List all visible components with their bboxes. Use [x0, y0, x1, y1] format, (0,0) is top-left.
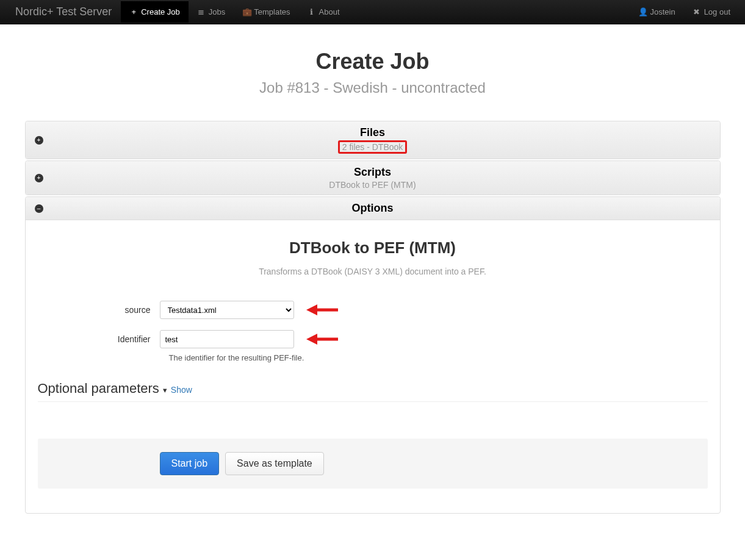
section-desc: Transforms a DTBook (DAISY 3 XML) docume… — [38, 267, 708, 276]
start-job-button[interactable]: Start job — [160, 452, 220, 475]
plus-icon: + — [129, 7, 138, 16]
page-title: Create Job — [25, 49, 721, 74]
expand-icon: + — [35, 174, 43, 182]
panel-files-subtitle: 2 files - DTBook — [338, 140, 408, 154]
briefcase-icon: 💼 — [242, 7, 251, 16]
optional-parameters: Optional parameters ▾ Show — [38, 381, 708, 402]
identifier-input[interactable] — [160, 330, 294, 348]
nav-label: Jobs — [209, 7, 225, 16]
nav-logout[interactable]: ✖ Log out — [684, 1, 739, 23]
navbar-right: 👤 Jostein ✖ Log out — [630, 1, 739, 23]
arrow-annotation-icon — [306, 301, 340, 319]
panel-scripts-heading[interactable]: + Scripts DTBook to PEF (MTM) — [26, 161, 720, 195]
panel-scripts-title: Scripts — [35, 166, 711, 179]
close-icon: ✖ — [693, 7, 701, 16]
nav-label: Create Job — [141, 7, 180, 16]
info-icon: ℹ — [308, 7, 316, 16]
page-subtitle: Job #813 - Swedish - uncontracted — [25, 79, 721, 96]
collapse-icon: – — [35, 204, 43, 213]
list-icon: ≣ — [197, 7, 206, 16]
form-row-identifier: Identifier — [38, 330, 708, 348]
show-link[interactable]: Show — [171, 385, 192, 395]
nav-templates[interactable]: 💼 Templates — [234, 1, 298, 23]
panel-options-heading[interactable]: – Options — [26, 197, 720, 220]
nav-label: About — [319, 7, 340, 16]
logout-label: Log out — [704, 7, 730, 16]
panel-scripts-subtitle: DTBook to PEF (MTM) — [35, 180, 711, 190]
brand[interactable]: Nordic+ Test Server — [6, 0, 121, 24]
user-icon: 👤 — [638, 7, 647, 16]
source-label: source — [38, 305, 160, 315]
identifier-label: Identifier — [38, 334, 160, 344]
nav-user[interactable]: 👤 Jostein — [630, 1, 683, 23]
identifier-help: The identifier for the resulting PEF-fil… — [169, 353, 708, 362]
svg-marker-3 — [306, 334, 317, 345]
svg-marker-1 — [306, 304, 317, 315]
panel-options-body: DTBook to PEF (MTM) Transforms a DTBook … — [26, 220, 720, 513]
source-select[interactable]: Testdata1.xml — [160, 301, 294, 319]
nav-list: + Create Job ≣ Jobs 💼 Templates ℹ About — [121, 1, 348, 23]
user-label: Jostein — [650, 7, 675, 16]
chevron-down-icon: ▾ — [163, 386, 167, 395]
panel-files-heading[interactable]: + Files 2 files - DTBook — [26, 121, 720, 159]
section-title: DTBook to PEF (MTM) — [38, 239, 708, 257]
navbar: Nordic+ Test Server + Create Job ≣ Jobs … — [0, 0, 745, 24]
panel-files-title: Files — [35, 126, 711, 139]
save-template-button[interactable]: Save as template — [225, 452, 324, 475]
action-bar: Start job Save as template — [38, 439, 708, 489]
arrow-annotation-icon — [306, 330, 340, 348]
panel-files: + Files 2 files - DTBook — [25, 121, 721, 159]
panel-options: – Options DTBook to PEF (MTM) Transforms… — [25, 196, 721, 514]
optional-title: Optional parameters — [38, 381, 159, 397]
nav-about[interactable]: ℹ About — [299, 1, 348, 23]
panel-options-title: Options — [35, 202, 711, 215]
nav-label: Templates — [254, 7, 290, 16]
expand-icon: + — [35, 136, 43, 145]
form-row-source: source Testdata1.xml — [38, 301, 708, 319]
page-header: Create Job Job #813 - Swedish - uncontra… — [25, 49, 721, 96]
nav-create-job[interactable]: + Create Job — [121, 1, 189, 23]
panel-scripts: + Scripts DTBook to PEF (MTM) — [25, 160, 721, 195]
nav-jobs[interactable]: ≣ Jobs — [189, 1, 234, 23]
